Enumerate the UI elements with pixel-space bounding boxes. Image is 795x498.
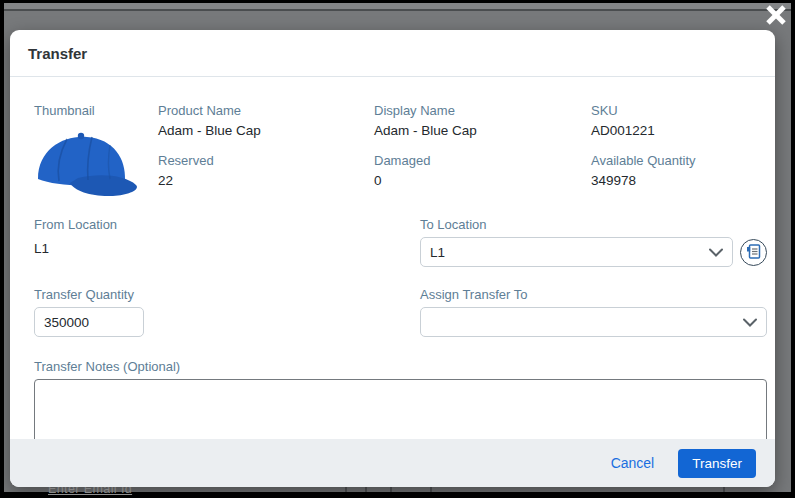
from-location-label: From Location	[34, 217, 390, 232]
transfer-submit-button[interactable]: Transfer	[678, 449, 756, 478]
display-name-field: Display Name Adam - Blue Cap	[374, 103, 591, 138]
transfer-quantity-field: Transfer Quantity	[34, 287, 420, 337]
sku-field: SKU AD001221	[591, 103, 767, 138]
sku-value: AD001221	[591, 123, 767, 138]
dialog-footer: Cancel Transfer	[10, 439, 775, 487]
location-list-button[interactable]	[740, 239, 767, 266]
damaged-value: 0	[374, 173, 591, 188]
product-thumbnail	[30, 127, 158, 209]
reserved-label: Reserved	[158, 153, 374, 168]
to-location-field: To Location L1	[420, 217, 767, 267]
assign-transfer-to-label: Assign Transfer To	[420, 287, 767, 302]
product-name-value: Adam - Blue Cap	[158, 123, 374, 138]
close-x-glyph	[764, 3, 788, 27]
to-location-label: To Location	[420, 217, 767, 232]
chevron-down-icon	[709, 248, 723, 257]
dialog-body: Thumbnail Product Na	[10, 77, 775, 439]
sku-column: SKU AD001221 Available Quantity 349978	[591, 103, 767, 209]
available-quantity-field: Available Quantity 349978	[591, 153, 767, 188]
product-name-column: Product Name Adam - Blue Cap Reserved 22	[158, 103, 374, 209]
document-list-icon	[746, 244, 761, 260]
transfer-dialog: Transfer Thumbnail	[10, 30, 775, 487]
damaged-field: Damaged 0	[374, 153, 591, 188]
product-name-label: Product Name	[158, 103, 374, 118]
transfer-notes-field: Transfer Notes (Optional)	[34, 359, 767, 439]
assign-transfer-to-field: Assign Transfer To	[420, 287, 767, 337]
dialog-header: Transfer	[10, 30, 775, 77]
available-quantity-label: Available Quantity	[591, 153, 767, 168]
available-quantity-value: 349978	[591, 173, 767, 188]
dialog-title: Transfer	[28, 45, 87, 62]
reserved-value: 22	[158, 173, 374, 188]
transfer-quantity-label: Transfer Quantity	[34, 287, 390, 302]
display-name-value: Adam - Blue Cap	[374, 123, 591, 138]
to-location-selected-value: L1	[430, 245, 445, 260]
assign-transfer-to-select[interactable]	[420, 307, 767, 337]
sku-label: SKU	[591, 103, 767, 118]
from-location-field: From Location L1	[34, 217, 420, 267]
thumbnail-label: Thumbnail	[34, 103, 158, 118]
cancel-button[interactable]: Cancel	[611, 455, 655, 471]
locations-row: From Location L1 To Location L1	[34, 217, 767, 267]
transfer-notes-textarea[interactable]	[34, 379, 767, 439]
quantity-assign-row: Transfer Quantity Assign Transfer To	[34, 287, 767, 337]
close-icon[interactable]	[763, 2, 789, 28]
reserved-field: Reserved 22	[158, 153, 374, 188]
product-name-field: Product Name Adam - Blue Cap	[158, 103, 374, 138]
chevron-down-icon	[743, 318, 757, 327]
backdrop-divider-line	[4, 9, 791, 11]
to-location-select[interactable]: L1	[420, 237, 733, 267]
transfer-quantity-input[interactable]	[34, 307, 144, 337]
window-frame: Enter Email Id Transfer Thumbnail	[0, 0, 795, 498]
spacer	[24, 267, 767, 287]
from-location-value: L1	[34, 241, 390, 256]
damaged-label: Damaged	[374, 153, 591, 168]
display-name-label: Display Name	[374, 103, 591, 118]
blue-cap-image	[30, 127, 142, 205]
thumbnail-column: Thumbnail	[34, 103, 158, 209]
transfer-notes-label: Transfer Notes (Optional)	[34, 359, 767, 374]
product-info-grid: Thumbnail Product Na	[34, 103, 767, 209]
display-name-column: Display Name Adam - Blue Cap Damaged 0	[374, 103, 591, 209]
